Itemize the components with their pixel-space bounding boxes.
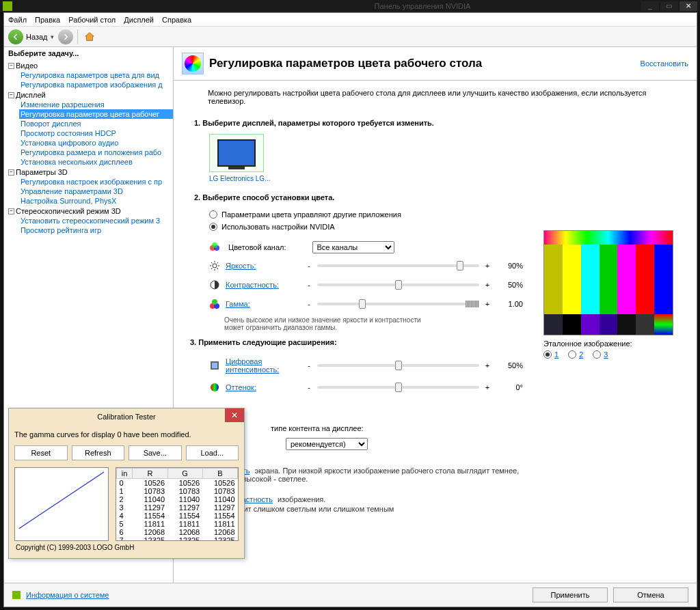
back-button[interactable]: Назад ▾ (8, 29, 54, 44)
tree-item[interactable]: Поворот дисплея (19, 119, 173, 128)
digital-vibrance-value: 50% (496, 361, 523, 370)
radio-icon (209, 210, 217, 219)
color-channel-label: Цветовой канал: (228, 243, 286, 251)
save-button[interactable]: Save... (129, 445, 182, 460)
ref-radio-1[interactable]: 1 (543, 350, 558, 359)
display-label: LG Electronics LG... (209, 175, 270, 182)
page-title: Регулировка параметров цвета рабочего ст… (209, 57, 635, 70)
ref-radio-2[interactable]: 2 (568, 350, 583, 359)
calibration-titlebar[interactable]: Calibration Tester ✕ (9, 408, 244, 425)
table-row[interactable]: 0105261052610526 (117, 479, 238, 488)
tree-item-selected[interactable]: Регулировка параметров цвета рабочег (19, 109, 173, 119)
contrast-icon (209, 279, 220, 290)
page-description: Можно регулировать настройки цвета рабоч… (174, 81, 697, 113)
display-thumbnail[interactable]: LG Electronics LG... (209, 134, 270, 182)
radio-other-apps[interactable]: Параметрами цвета управляют другие прило… (194, 208, 680, 221)
back-label: Назад (26, 33, 48, 41)
radio-icon (209, 223, 217, 231)
menu-help[interactable]: Справка (162, 16, 191, 24)
table-row[interactable]: 3112971129711297 (117, 503, 238, 512)
close-icon[interactable]: ✕ (225, 408, 244, 422)
load-button[interactable]: Load... (186, 445, 239, 460)
menu-file[interactable]: Файл (8, 16, 27, 24)
gamma-row: Гамма: - + 1.00 (194, 294, 523, 314)
nvidia-icon (3, 1, 12, 11)
content-type-select[interactable]: рекомендуется) (286, 438, 368, 450)
forward-button[interactable] (58, 29, 73, 44)
home-button[interactable] (82, 29, 97, 44)
gamma-value: 1.00 (496, 300, 523, 308)
hue-label[interactable]: Оттенок: (226, 383, 256, 391)
system-info-link[interactable]: Информация о системе (26, 591, 109, 599)
tree-header: Выберите задачу... (4, 47, 173, 59)
ref-radio-3[interactable]: 3 (593, 350, 608, 359)
tree-item[interactable]: Установка нескольких дисплеев (19, 157, 173, 167)
reset-button[interactable]: Reset (14, 445, 68, 460)
digital-vibrance-slider[interactable] (317, 364, 479, 367)
brightness-label[interactable]: Яркость: (226, 262, 256, 270)
contrast-label[interactable]: Контрастность: (226, 281, 279, 289)
menu-edit[interactable]: Правка (35, 16, 60, 24)
gamma-icon (209, 299, 220, 309)
table-row[interactable]: 7123251232512325 (117, 536, 238, 541)
table-row[interactable]: 5118111181111811 (117, 520, 238, 528)
svg-point-18 (211, 383, 219, 391)
tree-item[interactable]: Регулировка параметров изображения д (19, 80, 173, 89)
back-arrow-icon (8, 29, 23, 44)
menu-desktop[interactable]: Рабочий стол (68, 16, 116, 24)
calibration-tester-window[interactable]: Calibration Tester ✕ The gamma curves fo… (8, 408, 245, 559)
table-row[interactable]: 1107831078310783 (117, 487, 238, 495)
svg-line-19 (19, 472, 104, 529)
cancel-button[interactable]: Отмена (613, 587, 688, 602)
tree-item[interactable]: Настройка Surround, PhysX (19, 196, 173, 206)
contrast-row: Контрастность: - + 50% (194, 275, 523, 294)
tree-item[interactable]: Управление параметрами 3D (19, 186, 173, 196)
tree-item[interactable]: Просмотр рейтинга игр (19, 225, 173, 235)
brightness-slider[interactable] (317, 264, 479, 267)
gamma-label[interactable]: Гамма: (226, 300, 250, 308)
hue-row: Оттенок: - + 0° (194, 378, 523, 397)
tree-item[interactable]: Установка цифрового аудио (19, 138, 173, 148)
svg-point-2 (212, 242, 217, 248)
tree-item[interactable]: Установить стереоскопический режим 3 (19, 216, 173, 225)
menu-display[interactable]: Дисплей (124, 16, 154, 24)
digital-vibrance-label[interactable]: Цифровая интенсивность: (226, 357, 279, 374)
gamma-table[interactable]: inRGB 0105261052610526110783107831078321… (116, 467, 239, 541)
maximize-button[interactable]: ▭ (660, 1, 678, 11)
tree-group-stereo[interactable]: −Стереоскопический режим 3D (7, 206, 173, 216)
close-button[interactable]: ✕ (679, 1, 697, 11)
tree-item[interactable]: Изменение разрешения (19, 100, 173, 109)
section-title: 3. Применить следующие расширения: (190, 338, 523, 346)
table-row[interactable]: 2110401104011040 (117, 495, 238, 503)
tree-group-video[interactable]: −Видео (7, 61, 173, 70)
tree-item[interactable]: Просмотр состояния HDCP (19, 128, 173, 138)
refresh-button[interactable]: Refresh (72, 445, 125, 460)
vibrance-icon (209, 360, 220, 371)
hue-slider[interactable] (317, 386, 479, 389)
color-channel-select[interactable]: Все каналы (312, 241, 394, 253)
brightness-icon (209, 260, 220, 271)
svg-line-10 (211, 268, 213, 270)
gamma-slider[interactable] (317, 303, 479, 305)
footer: Информация о системе Применить Отмена (4, 583, 697, 607)
svg-rect-17 (212, 363, 217, 368)
contrast-slider[interactable] (317, 283, 479, 286)
section-select-display: 1. Выберите дисплей, параметры которого … (174, 113, 697, 188)
tree-item[interactable]: Регулировка настроек изображения с пр (19, 177, 173, 186)
apply-button[interactable]: Применить (533, 587, 608, 602)
minimize-button[interactable]: _ (641, 1, 659, 11)
reference-image-panel: Эталонное изображение: 1 2 3 (543, 230, 680, 524)
gamma-curve-graph (14, 467, 109, 541)
calibration-message: The gamma curves for display 0 have been… (14, 430, 239, 439)
table-row[interactable]: 4115541155411554 (117, 512, 238, 520)
tree-group-display[interactable]: −Дисплей (7, 90, 173, 100)
restore-defaults-link[interactable]: Восстановить (641, 59, 688, 68)
copyright-text: Copyright (C) 1999-2003 LOGO GmbH (14, 541, 239, 553)
tree-group-3d[interactable]: −Параметры 3D (7, 167, 173, 177)
tree-item[interactable]: Регулировка размера и положения рабо (19, 148, 173, 157)
table-row[interactable]: 6120681206812068 (117, 528, 238, 536)
section-title: 1. Выберите дисплей, параметры которого … (194, 119, 680, 127)
tree-item[interactable]: Регулировка параметров цвета для вид (19, 70, 173, 80)
svg-point-3 (213, 264, 217, 268)
dropdown-icon: ▾ (51, 33, 54, 40)
